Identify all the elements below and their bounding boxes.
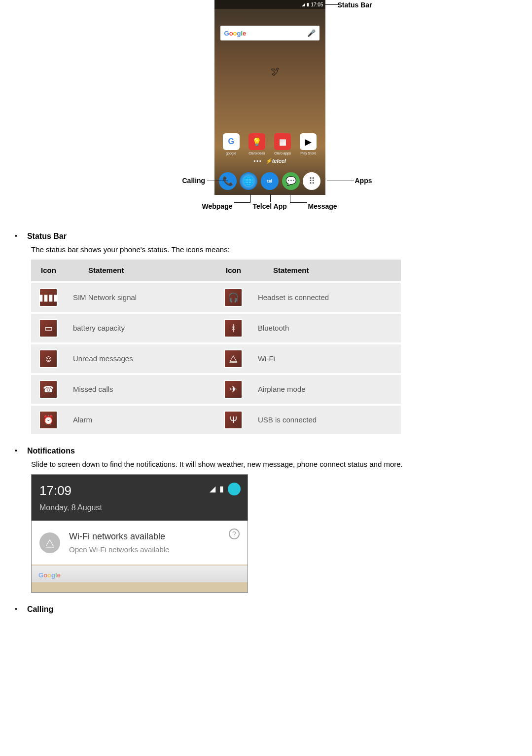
leader-line	[290, 194, 290, 202]
statement-cell: Bluetooth	[251, 313, 401, 343]
phone-diagram: ◢ ▮ 17:05 Google 🎤 🕊 Ggoogle 💡Claroideas…	[96, 0, 441, 212]
usb-icon: Ψ	[224, 411, 243, 429]
th-icon: Icon	[216, 260, 251, 282]
section-title: Calling	[27, 605, 53, 614]
notification-panel: 17:09 Monday, 8 August ◢ ▮ ⧋ Wi-Fi netwo…	[31, 474, 248, 593]
leader-line	[250, 194, 251, 202]
search-bar: Google 🎤	[220, 26, 319, 40]
bird-silhouette: 🕊	[270, 66, 281, 78]
callout-webpage: Webpage	[202, 202, 233, 210]
app-claroideas: 💡Claroideas	[248, 133, 265, 155]
dock-phone-icon: 📞	[219, 172, 237, 190]
leader-line	[270, 194, 271, 202]
statement-cell: Unread messages	[66, 343, 216, 374]
notif-date: Monday, 8 August	[39, 501, 240, 514]
statement-cell: Alarm	[66, 405, 216, 434]
section-notifications: • Notifications Slide to screen down to …	[15, 447, 532, 593]
signal-icon: ◢	[302, 2, 305, 7]
section-body-text: Slide to screen down to find the notific…	[31, 458, 532, 470]
battery-icon: ▮	[219, 483, 224, 495]
home-app-row: Ggoogle 💡Claroideas ▦Claro apps ▶Play St…	[214, 133, 325, 155]
airplane-icon: ✈	[224, 380, 243, 399]
statement-cell: battery capacity	[66, 313, 216, 343]
bullet-icon: •	[15, 605, 17, 614]
table-row: ▮▮▮▮SIM Network signal🎧Headset is connec…	[31, 282, 401, 313]
app-claroapps: ▦Claro apps	[274, 133, 291, 155]
notif-card-title: Wi-Fi networks available	[69, 529, 169, 544]
th-statement: Statement	[251, 260, 401, 282]
icon-cell: ᚼ	[216, 313, 251, 343]
icon-cell: ✈	[216, 374, 251, 405]
icon-cell: ▮▮▮▮	[31, 282, 66, 313]
status-time: 17:05	[311, 2, 323, 7]
statement-cell: Wi-Fi	[251, 343, 401, 374]
bullet-icon: •	[15, 447, 17, 455]
signal-icon: ▮▮▮▮	[39, 288, 58, 307]
leader-line	[207, 181, 228, 181]
callout-status-bar: Status Bar	[338, 1, 372, 9]
table-row: ⏰AlarmΨUSB is connected	[31, 405, 401, 434]
section-title: Status Bar	[27, 232, 67, 241]
bluetooth-icon: ᚼ	[224, 319, 243, 338]
leader-line	[325, 4, 338, 5]
message-icon: ☺	[39, 349, 58, 368]
icon-cell: ☎	[31, 374, 66, 405]
leader-line	[290, 202, 307, 203]
google-logo: Google	[224, 30, 247, 37]
battery-icon: ▭	[39, 319, 58, 338]
battery-icon: ▮	[307, 2, 309, 7]
icon-cell: ☺	[31, 343, 66, 374]
statement-cell: Missed calls	[66, 374, 216, 405]
alarm-icon: ⏰	[39, 411, 58, 429]
th-icon: Icon	[31, 260, 66, 282]
callout-apps: Apps	[355, 177, 372, 185]
avatar-icon	[228, 483, 241, 495]
notif-card-sub: Open Wi-Fi networks available	[69, 544, 169, 556]
dock-message-icon: 💬	[282, 172, 300, 190]
section-title: Notifications	[27, 447, 75, 455]
phone-statusbar: ◢ ▮ 17:05	[214, 0, 325, 9]
wifi-icon: ⧋	[224, 349, 243, 368]
dock: 📞 🌐 tel 💬 ⠿	[214, 167, 325, 195]
wifi-icon: ⧋	[39, 532, 60, 553]
callout-telcel-app: Telcel App	[253, 202, 287, 210]
signal-icon: ◢	[210, 483, 215, 495]
mic-icon: 🎤	[307, 29, 316, 37]
app-google: Ggoogle	[223, 133, 240, 155]
icon-cell: Ψ	[216, 405, 251, 434]
section-calling: • Calling	[15, 605, 532, 614]
notif-peek: Google	[32, 566, 248, 582]
table-row: ☎Missed calls✈Airplane mode	[31, 374, 401, 405]
missed-call-icon: ☎	[39, 380, 58, 399]
leader-line	[234, 202, 250, 203]
statement-cell: SIM Network signal	[66, 282, 216, 313]
callout-message: Message	[308, 202, 337, 210]
dock-apps-icon: ⠿	[303, 172, 320, 190]
icon-cell: ⧋	[216, 343, 251, 374]
telcel-brand: •••⚡telcel	[214, 158, 325, 164]
icon-cell: ⏰	[31, 405, 66, 434]
google-logo: Google	[38, 571, 61, 579]
status-icon-table: Icon Statement Icon Statement ▮▮▮▮SIM Ne…	[31, 260, 401, 434]
table-row: ▭battery capacityᚼBluetooth	[31, 313, 401, 343]
notification-header: 17:09 Monday, 8 August ◢ ▮	[32, 475, 248, 521]
dock-telcel-icon: tel	[261, 172, 279, 190]
leader-line	[327, 181, 354, 181]
dock-browser-icon: 🌐	[240, 172, 257, 190]
callout-calling: Calling	[182, 177, 206, 185]
statement-cell: Headset is connected	[251, 282, 401, 313]
icon-cell: 🎧	[216, 282, 251, 313]
notification-card: ⧋ Wi-Fi networks available Open Wi-Fi ne…	[32, 521, 248, 565]
statement-cell: USB is connected	[251, 405, 401, 434]
section-body-text: The status bar shows your phone's status…	[31, 244, 532, 256]
table-row: ☺Unread messages⧋Wi-Fi	[31, 343, 401, 374]
phone-frame: ◢ ▮ 17:05 Google 🎤 🕊 Ggoogle 💡Claroideas…	[214, 0, 325, 195]
help-icon: ?	[229, 529, 240, 539]
statement-cell: Airplane mode	[251, 374, 401, 405]
section-status-bar: • Status Bar The status bar shows your p…	[15, 232, 532, 434]
headset-icon: 🎧	[224, 288, 243, 307]
th-statement: Statement	[66, 260, 216, 282]
app-playstore: ▶Play Store	[300, 133, 317, 155]
icon-cell: ▭	[31, 313, 66, 343]
bullet-icon: •	[15, 232, 17, 241]
